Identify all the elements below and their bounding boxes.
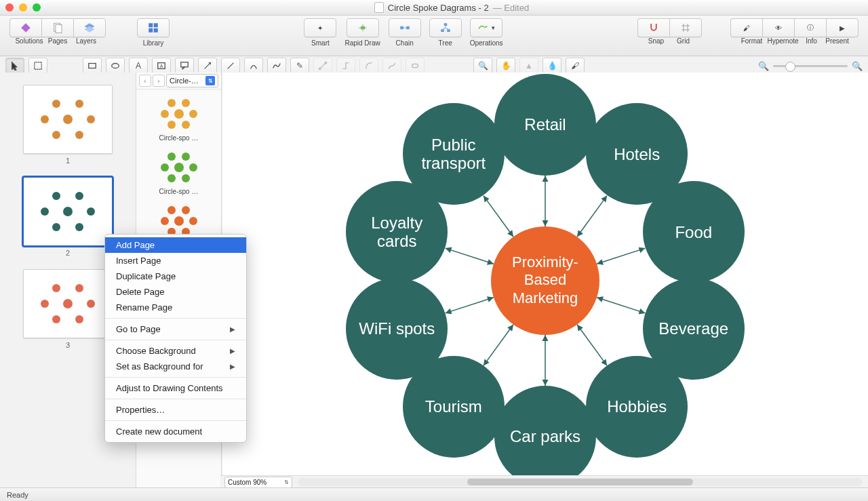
- format-button[interactable]: 🖌: [730, 18, 762, 37]
- zoom-slider[interactable]: 🔍 🔍: [758, 61, 863, 71]
- diagram-center[interactable]: Proximity- Based Marketing: [491, 226, 599, 335]
- chain-button[interactable]: [389, 18, 421, 37]
- smart-button[interactable]: ✦: [304, 18, 336, 37]
- library-item-label: Circle-spo …: [136, 134, 221, 142]
- svg-rect-2: [56, 25, 62, 33]
- close-icon[interactable]: [5, 3, 14, 12]
- scrollbar-thumb[interactable]: [467, 479, 693, 485]
- zoom-in-icon[interactable]: 🔍: [852, 61, 863, 71]
- textbox-tool[interactable]: A: [152, 58, 171, 74]
- menu-item[interactable]: Create new document: [105, 424, 246, 439]
- svg-rect-34: [412, 64, 418, 67]
- pages-label: Pages: [43, 37, 72, 45]
- library-forward-button[interactable]: ›: [153, 75, 165, 87]
- zoom-out-icon[interactable]: 🔍: [758, 61, 769, 71]
- svg-line-37: [597, 248, 645, 264]
- toolbar-mid-group: ✦Smart Rapid Draw Chain Tree ▼Operations: [300, 18, 507, 47]
- diagram-spoke[interactable]: Food: [643, 181, 745, 283]
- svg-rect-15: [406, 26, 410, 30]
- circle-spoke-diagram: Proximity- Based MarketingRetailHotelsFo…: [288, 71, 803, 491]
- ellipse-tool[interactable]: [106, 58, 125, 74]
- info-button[interactable]: ⓘ: [794, 18, 826, 37]
- layers-button[interactable]: [73, 18, 106, 37]
- document-icon: [374, 2, 384, 13]
- menu-item[interactable]: Choose Background▶: [105, 343, 246, 359]
- menu-separator: [105, 318, 246, 319]
- svg-line-22: [446, 28, 449, 29]
- library-button[interactable]: [137, 18, 170, 37]
- chain-icon: [399, 22, 411, 34]
- menu-item[interactable]: Duplicate Page: [105, 268, 246, 284]
- chain-label: Chain: [396, 39, 414, 47]
- hypernote-button[interactable]: 👁: [762, 18, 794, 37]
- pointer-tool[interactable]: [5, 58, 24, 74]
- rectangle-tool[interactable]: [83, 58, 102, 74]
- menu-item[interactable]: Delete Page: [105, 284, 246, 300]
- curve-tool[interactable]: [244, 58, 263, 74]
- present-button[interactable]: ▶: [826, 18, 859, 37]
- status-text: Ready: [7, 491, 28, 499]
- main-toolbar: Solutions Pages Layers Library ✦Smart Ra…: [0, 16, 868, 56]
- library-select[interactable]: Circle-… ⇅: [166, 74, 218, 87]
- zoom-track[interactable]: [773, 65, 848, 67]
- chevron-updown-icon: ⇅: [205, 76, 215, 85]
- toolbar-left-group: Solutions Pages Layers Library: [5, 18, 174, 47]
- svg-marker-0: [21, 23, 31, 33]
- svg-rect-17: [443, 23, 447, 26]
- svg-rect-19: [447, 29, 450, 32]
- pages-button[interactable]: [41, 18, 73, 37]
- canvas[interactable]: Proximity- Based MarketingRetailHotelsFo…: [222, 73, 868, 488]
- arrow-tool[interactable]: [198, 58, 217, 74]
- diagram-spoke[interactable]: Retail: [494, 74, 596, 176]
- menu-item[interactable]: Add Page: [105, 237, 246, 253]
- menu-item[interactable]: Rename Page: [105, 300, 246, 315]
- diagram-spoke[interactable]: Car parks: [494, 386, 596, 487]
- smart-label: Smart: [311, 39, 330, 47]
- svg-line-39: [577, 324, 607, 365]
- line-tool[interactable]: [221, 58, 240, 74]
- page-thumbnail[interactable]: [23, 85, 113, 154]
- grid-button[interactable]: [669, 18, 702, 37]
- menu-item[interactable]: Properties…: [105, 402, 246, 418]
- diagram-spoke[interactable]: Public transport: [403, 103, 505, 205]
- menu-item[interactable]: Adjust to Drawing Contents: [105, 380, 246, 396]
- menu-item-label: Duplicate Page: [116, 271, 176, 281]
- library-back-button[interactable]: ‹: [139, 75, 151, 87]
- menu-item[interactable]: Insert Page: [105, 253, 246, 268]
- maximize-icon[interactable]: [33, 3, 41, 12]
- menu-item-label: Properties…: [116, 405, 165, 415]
- page-thumbnail[interactable]: [23, 177, 113, 246]
- menu-item[interactable]: Set as Background for▶: [105, 359, 246, 374]
- present-label: Present: [823, 37, 852, 45]
- info-label: Info: [800, 37, 823, 45]
- solutions-button[interactable]: [9, 18, 41, 37]
- menu-item[interactable]: Go to Page▶: [105, 321, 246, 337]
- callout-tool[interactable]: [175, 58, 194, 74]
- snap-button[interactable]: [637, 18, 669, 37]
- library-item[interactable]: Circle-spo …: [136, 143, 221, 197]
- spline-tool[interactable]: [267, 58, 286, 74]
- svg-rect-24: [89, 64, 96, 68]
- text-tool[interactable]: A: [129, 58, 148, 74]
- library-icon: [147, 22, 159, 34]
- svg-line-43: [446, 248, 494, 264]
- horizontal-scrollbar[interactable]: [298, 478, 863, 486]
- svg-rect-18: [441, 29, 444, 32]
- menu-separator: [105, 377, 246, 378]
- rapiddraw-button[interactable]: [347, 18, 379, 37]
- tree-button[interactable]: [429, 18, 462, 37]
- zoom-select[interactable]: Custom 90% ⇅: [224, 477, 292, 488]
- document-name: Circle Spoke Dagrams - 2: [388, 3, 489, 13]
- menu-item-label: Set as Background for: [116, 361, 203, 372]
- menu-item-label: Adjust to Drawing Contents: [116, 383, 223, 393]
- minimize-icon[interactable]: [19, 3, 27, 12]
- svg-point-25: [112, 64, 119, 68]
- diagram-spoke[interactable]: WiFi spots: [346, 278, 448, 380]
- page-thumbnail[interactable]: [23, 269, 113, 338]
- svg-rect-14: [400, 26, 403, 30]
- library-item[interactable]: Circle-spo …: [136, 89, 221, 143]
- operations-button[interactable]: ▼: [470, 18, 502, 37]
- diagram-spoke[interactable]: Hobbies: [586, 356, 688, 458]
- svg-text:A: A: [160, 64, 163, 68]
- text-select-tool[interactable]: [28, 58, 47, 74]
